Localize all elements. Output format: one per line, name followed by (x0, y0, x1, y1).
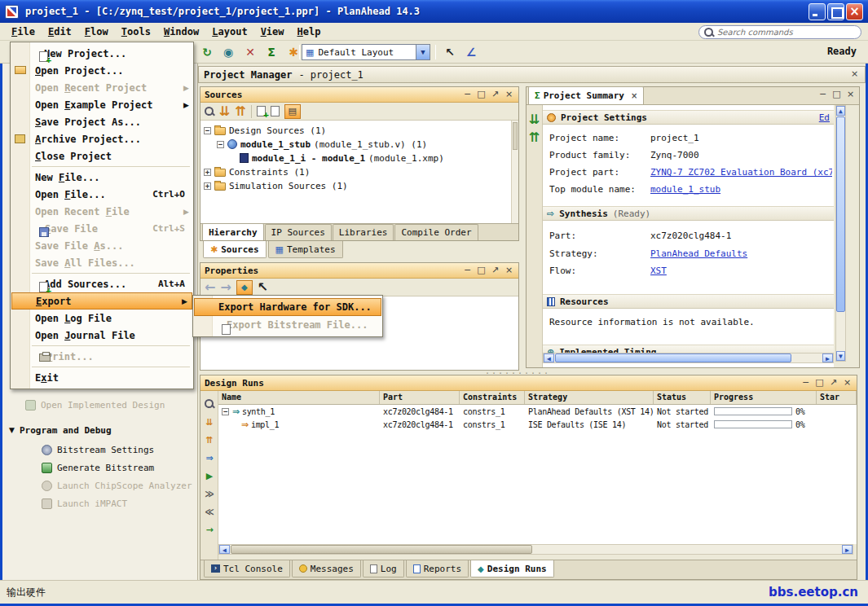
tree-item-module-1-i[interactable]: module_1_i - module_1 (module_1.xmp) (240, 152, 444, 165)
play-icon[interactable]: ▶ (203, 469, 216, 482)
properties-panel-header[interactable]: Properties ─ □ ↗ × (200, 263, 518, 279)
settings-icon[interactable]: ✱ (284, 43, 303, 61)
menu-item-open-example-project[interactable]: Open Example Project▶ (11, 96, 193, 113)
scrollbar-thumb[interactable] (231, 545, 532, 554)
menu-item-open-project[interactable]: Open Project... (11, 62, 193, 79)
search-icon[interactable] (203, 397, 216, 411)
implement-gear-icon[interactable]: ◉ (218, 43, 238, 61)
rewind-icon[interactable]: ≪ (203, 505, 216, 518)
design-runs-header[interactable]: Design Runs ─ □ ↗ × (200, 375, 857, 391)
menu-item-save-all-files[interactable]: Save All Files... (11, 254, 193, 271)
measure-icon[interactable]: ∠ (461, 43, 481, 61)
edit-link[interactable]: Ed (819, 112, 830, 123)
vertical-scrollbar[interactable] (511, 121, 518, 223)
properties-toggle[interactable]: ◆ (236, 280, 253, 295)
titlebar[interactable]: project_1 - [C:/zynq_test/project_1/proj… (0, 0, 868, 23)
menu-item-archive-project[interactable]: Archive Project... (11, 130, 193, 147)
sum-icon[interactable]: Σ (262, 43, 281, 61)
close-tab-icon[interactable]: × (631, 91, 637, 100)
expand-icon[interactable]: ↗ (490, 266, 500, 276)
float-icon[interactable]: □ (476, 90, 487, 100)
forward-icon[interactable]: → (220, 279, 231, 295)
collapse-box-icon[interactable]: − (217, 141, 224, 148)
tab-messages[interactable]: Messages (292, 560, 361, 577)
nav-bitstream-settings[interactable]: Bitstream Settings (42, 441, 154, 458)
tab-hierarchy[interactable]: Hierarchy (202, 223, 264, 240)
tab-compile-order[interactable]: Compile Order (394, 224, 478, 240)
menu-tools[interactable]: Tools (115, 24, 157, 39)
flow-link[interactable]: XST (650, 266, 667, 276)
close-icon[interactable]: × (849, 69, 860, 80)
tree-item-constraints[interactable]: + Constraints (1) (204, 165, 310, 178)
horizontal-scrollbar[interactable]: ◀ ▶ (543, 353, 834, 363)
scrollbar-thumb[interactable] (555, 354, 791, 362)
minimize-icon[interactable]: ─ (462, 266, 473, 276)
search-input[interactable] (717, 28, 856, 37)
forward-icon[interactable]: ≫ (203, 487, 216, 500)
menu-item-save-file[interactable]: Save FileCtrl+S (11, 220, 193, 237)
menu-item-open-recent-file[interactable]: Open Recent File▶ (11, 203, 193, 220)
nav-section-program-and-debug[interactable]: ▼ Program and Debug (9, 422, 112, 438)
expand-icon[interactable]: ↗ (490, 90, 500, 100)
run-icon[interactable]: ⇒ (203, 451, 216, 464)
float-icon[interactable]: □ (831, 90, 842, 100)
tab-sources[interactable]: ✱ Sources (203, 241, 267, 258)
menu-layout[interactable]: Layout (205, 24, 253, 39)
close-icon[interactable]: × (842, 378, 853, 389)
collapse-all-icon[interactable]: ⇈ (235, 103, 245, 119)
menu-item-open-log-file[interactable]: Open Log File (11, 310, 193, 327)
collapse-all-icon[interactable]: ⇈ (203, 433, 216, 446)
menu-item-exit[interactable]: Exit (11, 369, 193, 386)
refresh-icon[interactable]: ⇊ (529, 112, 540, 127)
minimize-icon[interactable]: ─ (800, 378, 811, 389)
tab-log[interactable]: Log (363, 560, 404, 577)
menu-item-open-recent-project[interactable]: Open Recent Project▶ (11, 79, 193, 96)
close-design-icon[interactable]: ✕ (240, 43, 260, 61)
scroll-right-icon[interactable]: ▶ (822, 354, 833, 362)
collapse-box-icon[interactable]: − (222, 408, 229, 415)
scrollbar-thumb[interactable] (836, 116, 845, 312)
layout-dropdown[interactable]: ▦ Default Layout ▼ (302, 44, 430, 60)
horizontal-scrollbar[interactable]: ◀ ▶ (218, 544, 853, 555)
tab-libraries[interactable]: Libraries (333, 224, 394, 240)
expand-icon[interactable]: ↗ (828, 378, 839, 389)
collapse-box-icon[interactable]: − (204, 127, 211, 134)
select-cursor-icon[interactable]: ↖ (440, 43, 460, 61)
project-part-link[interactable]: ZYNQ-7 ZC702 Evaluation Board (xc7z020cl… (650, 167, 832, 178)
menu-flow[interactable]: Flow (78, 24, 115, 39)
float-icon[interactable]: □ (814, 378, 825, 389)
step-icon[interactable]: → (203, 523, 216, 536)
refresh-icon[interactable]: ↻ (197, 43, 217, 61)
table-row-synth-1[interactable]: − ⇒ synth_1 xc7z020clg484-1 constrs_1 Pl… (218, 405, 857, 418)
tab-templates[interactable]: ▦ Templates (268, 241, 343, 258)
sources-panel-header[interactable]: Sources ─ □ ↗ × (200, 87, 518, 103)
tab-project-summary[interactable]: Σ Project Summary × (528, 86, 644, 104)
tab-design-runs[interactable]: ◆ Design Runs (470, 560, 554, 577)
maximize-button[interactable] (827, 3, 844, 20)
tree-item-simulation-sources[interactable]: + Simulation Sources (1) (204, 179, 348, 192)
menu-item-save-file-as[interactable]: Save File As... (11, 237, 193, 254)
tab-ip-sources[interactable]: IP Sources (265, 224, 332, 240)
top-module-link[interactable]: module_1_stub (650, 184, 720, 195)
minimize-button[interactable] (809, 3, 826, 20)
vertical-scrollbar[interactable]: ▲ ▼ (835, 105, 846, 362)
expand-box-icon[interactable]: + (204, 182, 211, 190)
minimize-icon[interactable]: ─ (462, 90, 473, 100)
menu-item-close-project[interactable]: Close Project (11, 147, 193, 165)
menu-item-open-journal-file[interactable]: Open Journal File (11, 327, 193, 344)
cursor-icon[interactable]: ↖ (258, 279, 268, 295)
scroll-right-icon[interactable]: ▶ (842, 545, 853, 554)
close-icon[interactable]: × (845, 90, 856, 100)
table-header-row[interactable]: Name Part Constraints Strategy Status Pr… (218, 391, 857, 405)
menu-item-add-sources[interactable]: Add Sources...Alt+A (11, 275, 193, 292)
scroll-up-icon[interactable]: ▲ (836, 106, 845, 116)
nav-generate-bitstream[interactable]: Generate Bitstream (42, 459, 154, 476)
expand-box-icon[interactable]: + (204, 169, 211, 176)
collapse-icon[interactable]: ⇈ (529, 130, 540, 145)
tab-tcl-console[interactable]: › Tcl Console (204, 560, 290, 577)
menu-file[interactable]: File (5, 24, 42, 39)
menu-edit[interactable]: Edit (42, 24, 78, 39)
minimize-icon[interactable]: ─ (817, 90, 828, 100)
tab-reports[interactable]: Reports (406, 560, 469, 577)
close-button[interactable] (846, 3, 863, 20)
